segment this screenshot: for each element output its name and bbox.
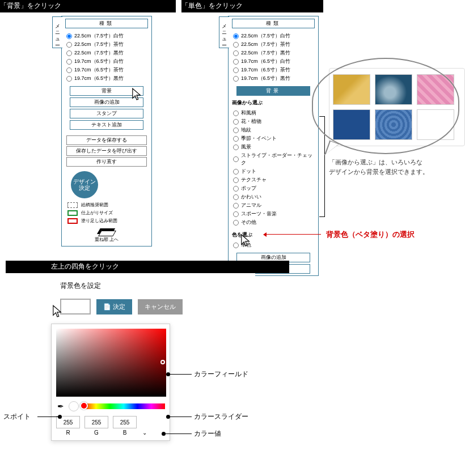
radio-input[interactable] <box>233 194 239 200</box>
size-label: 19.7cm（6.5寸）黒竹 <box>74 75 124 82</box>
design-label-1: デザイン <box>73 178 96 185</box>
cursor-icon <box>52 305 62 318</box>
pattern-option[interactable]: 花・植物 <box>233 117 314 126</box>
radio-input[interactable] <box>233 186 239 192</box>
reset-button[interactable]: 作り直す <box>66 157 147 167</box>
size-option[interactable]: 22.5cm（7.5寸）茶竹 <box>233 40 314 49</box>
pattern-option[interactable]: 風景 <box>233 143 314 151</box>
save-data-button[interactable]: データを保存する <box>66 135 147 145</box>
pattern-option[interactable]: ストライプ・ボーダー・チェック <box>233 151 314 167</box>
size-option[interactable]: 19.7cm（6.5寸）白竹 <box>66 57 147 66</box>
size-option[interactable]: 19.7cm（6.5寸）茶竹 <box>233 66 314 74</box>
dropdown-icon[interactable]: ⌄ <box>141 430 148 436</box>
menu-tab[interactable]: メニュー <box>52 16 62 48</box>
layer-stack-label: 重ね順 上へ <box>62 236 151 243</box>
size-label: 19.7cm（6.5寸）茶竹 <box>74 66 124 74</box>
radio-input[interactable] <box>233 76 239 82</box>
color-field[interactable] <box>56 329 166 397</box>
radio-input[interactable] <box>233 67 239 73</box>
pattern-option[interactable]: スポーツ・音楽 <box>233 210 314 218</box>
size-option[interactable]: 22.5cm（7.5寸）黒竹 <box>233 49 314 57</box>
option-label: 季節・イベント <box>241 135 277 142</box>
hue-slider-handle[interactable] <box>80 402 88 410</box>
size-label: 22.5cm（7.5寸）白竹 <box>241 32 290 40</box>
load-data-button[interactable]: 保存したデータを呼び出す <box>66 146 147 156</box>
size-option[interactable]: 22.5cm（7.5寸）茶竹 <box>66 40 147 49</box>
thumb-blue-pattern[interactable] <box>375 109 412 140</box>
eyedropper-icon[interactable]: ✒ <box>56 402 65 411</box>
pattern-option[interactable]: その他 <box>233 218 314 227</box>
radio-input[interactable] <box>233 203 239 209</box>
color-picker-body: 背景色を設定 📄 決定 キャンセル <box>51 273 255 324</box>
color-swatch-button[interactable] <box>60 299 91 314</box>
radio-input[interactable] <box>233 220 239 226</box>
pattern-option[interactable]: ドット <box>233 167 314 176</box>
decide-label: 決定 <box>113 303 125 310</box>
radio-input[interactable] <box>233 33 239 39</box>
layer-stack-icon[interactable] <box>99 228 115 236</box>
hue-slider[interactable] <box>82 403 165 409</box>
radio-input[interactable] <box>233 177 239 183</box>
radio-input[interactable] <box>233 119 239 125</box>
legend-finish-size: 仕上がりサイズ <box>67 210 146 216</box>
step2-header: 「単色」をクリック <box>181 1 243 11</box>
background-button-active[interactable]: 背景 <box>236 86 310 96</box>
radio-input[interactable] <box>233 144 239 150</box>
pattern-option[interactable]: テクスチャ <box>233 176 314 184</box>
size-label: 22.5cm（7.5寸）白竹 <box>74 32 124 40</box>
cancel-button[interactable]: キャンセル <box>138 299 183 314</box>
thumb-wave[interactable] <box>375 74 412 105</box>
radio-input[interactable] <box>66 50 72 56</box>
size-option[interactable]: 22.5cm（7.5寸）黒竹 <box>66 49 147 57</box>
option-label: ストライプ・ボーダー・チェック <box>241 152 314 167</box>
thumb-navy[interactable] <box>333 109 370 140</box>
thumb-pink[interactable] <box>417 74 454 105</box>
radio-input[interactable] <box>233 50 239 56</box>
size-option[interactable]: 22.5cm（7.5寸）白竹 <box>66 32 147 40</box>
radio-input[interactable] <box>66 76 72 82</box>
size-option[interactable]: 19.7cm（6.5寸）黒竹 <box>233 74 314 83</box>
stamp-button[interactable]: スタンプ <box>70 109 143 118</box>
radio-input[interactable] <box>233 211 239 217</box>
add-text-button[interactable]: テキスト追加 <box>70 120 143 130</box>
radio-input[interactable] <box>233 156 239 162</box>
radio-input[interactable] <box>233 128 239 133</box>
radio-input[interactable] <box>233 110 239 116</box>
radio-input[interactable] <box>66 42 72 48</box>
rgb-labels: R G B ⌄ <box>56 430 165 436</box>
menu-tab[interactable]: メニュー <box>219 16 229 48</box>
pattern-option[interactable]: ポップ <box>233 184 314 193</box>
red-box-icon <box>67 218 78 224</box>
size-option[interactable]: 22.5cm（7.5寸）白竹 <box>233 32 314 40</box>
size-option[interactable]: 19.7cm（6.5寸）黒竹 <box>66 74 147 83</box>
radio-input[interactable] <box>233 42 239 48</box>
rgb-g-input[interactable] <box>84 416 108 428</box>
radio-input[interactable] <box>233 243 239 248</box>
radio-input[interactable] <box>233 136 239 142</box>
pattern-option[interactable]: 和風柄 <box>233 109 314 117</box>
size-label: 22.5cm（7.5寸）黒竹 <box>74 49 124 57</box>
radio-input[interactable] <box>66 33 72 39</box>
anno-line-value <box>163 434 192 434</box>
radio-input[interactable] <box>66 67 72 73</box>
radio-input[interactable] <box>233 59 239 65</box>
size-option[interactable]: 19.7cm（6.5寸）白竹 <box>233 57 314 66</box>
radio-input[interactable] <box>66 59 72 65</box>
radio-input[interactable] <box>233 169 239 175</box>
section-type: 種類 <box>65 19 148 28</box>
decide-button[interactable]: 📄 決定 <box>96 299 132 314</box>
pattern-option[interactable]: かわいい <box>233 193 314 201</box>
legend-text: 仕上がりサイズ <box>81 210 113 216</box>
size-option[interactable]: 19.7cm（6.5寸）茶竹 <box>66 66 147 74</box>
color-field-indicator[interactable] <box>160 360 165 364</box>
size-radio-group: 22.5cm（7.5寸）白竹 22.5cm（7.5寸）茶竹 22.5cm（7.5… <box>65 31 148 84</box>
thumb-white[interactable] <box>417 109 454 140</box>
callout-tail <box>324 141 339 159</box>
pattern-option[interactable]: 地紋 <box>233 126 314 134</box>
design-decide-button[interactable]: デザイン 決定 <box>71 171 98 198</box>
pattern-option[interactable]: 季節・イベント <box>233 134 314 143</box>
thumb-gold[interactable] <box>333 74 370 105</box>
pattern-option[interactable]: アニマル <box>233 201 314 210</box>
rgb-b-input[interactable] <box>113 416 137 428</box>
thumbnail-callout: 「画像から選ぶ」は、いろいろな デザインから背景を選択できます。 <box>329 68 465 176</box>
